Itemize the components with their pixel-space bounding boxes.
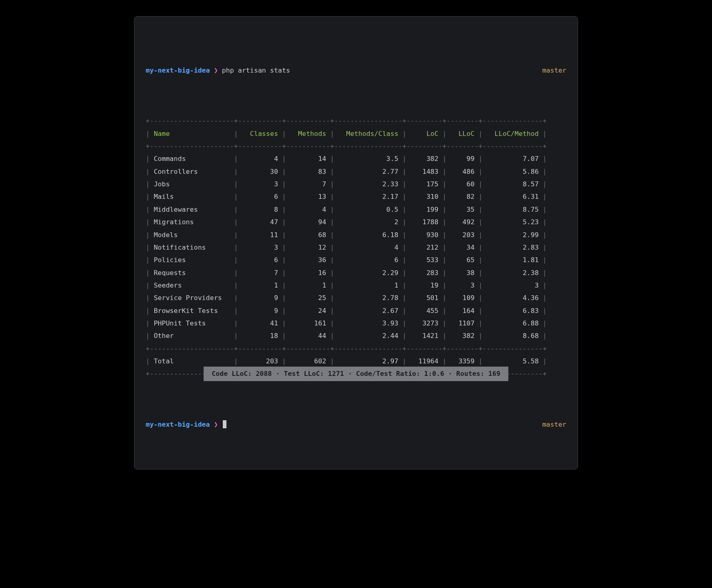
table-row: | Policies | 6 | 36 | 6 | 533 | 65 | 1.8… bbox=[146, 254, 566, 266]
table-cell: 4 bbox=[290, 206, 326, 213]
table-row: | Service Providers | 9 | 25 | 2.78 | 50… bbox=[146, 292, 566, 304]
summary-badge: Code LLoC: 2088 · Test LLoC: 1271 · Code… bbox=[203, 367, 508, 381]
table-cell: 6 bbox=[242, 256, 278, 264]
table-cell: 99 bbox=[450, 155, 475, 163]
table-cell: 7 bbox=[290, 180, 326, 188]
git-branch: master bbox=[542, 418, 566, 431]
table-cell: 47 bbox=[242, 218, 278, 226]
table-cell: 6.88 bbox=[486, 319, 538, 327]
table-cell: Service Providers bbox=[154, 294, 230, 302]
table-cell: 2.97 bbox=[338, 357, 398, 365]
table-cell: 283 bbox=[410, 269, 439, 277]
table-cell: 1 bbox=[338, 281, 398, 289]
table-cell: 9 bbox=[242, 294, 278, 302]
prompt-command: php artisan stats bbox=[222, 67, 290, 74]
table-cell: 41 bbox=[242, 319, 278, 327]
table-cell: 30 bbox=[242, 168, 278, 175]
table-cell: 14 bbox=[290, 155, 326, 163]
table-divider: +---------------------+-----------+-----… bbox=[146, 367, 566, 380]
table-cell: 18 bbox=[242, 332, 278, 340]
table-row: | Requests | 7 | 16 | 2.29 | 283 | 38 | … bbox=[146, 267, 566, 279]
table-cell: 2.33 bbox=[338, 180, 398, 188]
table-cell: Policies bbox=[154, 256, 230, 264]
prompt-separator-icon: ❯ bbox=[214, 421, 218, 428]
table-cell: 1 bbox=[290, 281, 326, 289]
table-cell: 6.83 bbox=[486, 307, 538, 315]
table-cell: 6 bbox=[338, 256, 398, 264]
prompt-directory: my-next-big-idea bbox=[146, 421, 210, 428]
table-row: | Notifications | 3 | 12 | 4 | 212 | 34 … bbox=[146, 241, 566, 254]
table-cell: 175 bbox=[410, 180, 439, 188]
table-cell: 0.5 bbox=[338, 206, 398, 213]
table-cell: 16 bbox=[290, 269, 326, 277]
table-divider: +---------------------+-----------+-----… bbox=[146, 140, 566, 152]
terminal-window: my-next-big-idea ❯ php artisan stats mas… bbox=[134, 16, 578, 469]
table-cell: 1421 bbox=[410, 332, 439, 340]
table-cell: 501 bbox=[410, 294, 439, 302]
table-cell: 8 bbox=[242, 206, 278, 213]
table-cell: 7.07 bbox=[486, 155, 538, 163]
table-cell: 19 bbox=[410, 281, 439, 289]
table-cell: 3359 bbox=[450, 357, 475, 365]
table-cell: 3 bbox=[450, 281, 475, 289]
table-cell: 11964 bbox=[410, 357, 439, 365]
table-cell: 12 bbox=[290, 244, 326, 251]
table-cell: 310 bbox=[410, 193, 439, 200]
table-cell: 2.44 bbox=[338, 332, 398, 340]
table-row: | Mails | 6 | 13 | 2.17 | 310 | 82 | 6.3… bbox=[146, 190, 566, 203]
table-cell: 38 bbox=[450, 269, 475, 277]
table-cell: 2 bbox=[338, 218, 398, 226]
table-cell: 8.57 bbox=[486, 180, 538, 188]
table-cell: 199 bbox=[410, 206, 439, 213]
table-cell: 60 bbox=[450, 180, 475, 188]
table-cell: 3273 bbox=[410, 319, 439, 327]
table-cell: 9 bbox=[242, 307, 278, 315]
table-cell: 5.86 bbox=[486, 168, 538, 175]
table-cell: 930 bbox=[410, 231, 439, 239]
table-row: | Commands | 4 | 14 | 3.5 | 382 | 99 | 7… bbox=[146, 152, 566, 165]
column-header: Classes bbox=[242, 130, 278, 138]
table-cell: 382 bbox=[450, 332, 475, 340]
table-cell: 7 bbox=[242, 269, 278, 277]
table-cell: Commands bbox=[154, 155, 230, 163]
column-header: Methods bbox=[290, 130, 326, 138]
table-cell: 3 bbox=[486, 281, 538, 289]
table-cell: Total bbox=[154, 357, 230, 365]
table-row: | BrowserKit Tests | 9 | 24 | 2.67 | 455… bbox=[146, 304, 566, 317]
table-cell: 65 bbox=[450, 256, 475, 264]
table-cell: 1107 bbox=[450, 319, 475, 327]
column-header: LLoC bbox=[450, 130, 475, 138]
table-cell: 36 bbox=[290, 256, 326, 264]
table-cell: Mails bbox=[154, 193, 230, 200]
table-cell: 2.29 bbox=[338, 269, 398, 277]
table-cell: 35 bbox=[450, 206, 475, 213]
table-cell: Other bbox=[154, 332, 230, 340]
table-cell: 492 bbox=[450, 218, 475, 226]
table-header-row: | Name | Classes | Methods | Methods/Cla… bbox=[146, 127, 566, 140]
table-cell: 13 bbox=[290, 193, 326, 200]
table-cell: 1483 bbox=[410, 168, 439, 175]
table-cell: 6.18 bbox=[338, 231, 398, 239]
table-cell: 212 bbox=[410, 244, 439, 251]
table-cell: 1.81 bbox=[486, 256, 538, 264]
table-row: | Migrations | 47 | 94 | 2 | 1788 | 492 … bbox=[146, 216, 566, 228]
table-cell: 486 bbox=[450, 168, 475, 175]
table-cell: 5.23 bbox=[486, 218, 538, 226]
table-row: | Other | 18 | 44 | 2.44 | 1421 | 382 | … bbox=[146, 329, 566, 342]
table-cell: 203 bbox=[242, 357, 278, 365]
table-cell: 82 bbox=[450, 193, 475, 200]
table-cell: 109 bbox=[450, 294, 475, 302]
table-cell: 455 bbox=[410, 307, 439, 315]
table-cell: 25 bbox=[290, 294, 326, 302]
table-cell: 3.5 bbox=[338, 155, 398, 163]
table-cell: 533 bbox=[410, 256, 439, 264]
column-header: Methods/Class bbox=[338, 130, 398, 138]
prompt-line-2[interactable]: my-next-big-idea ❯ master bbox=[146, 418, 566, 431]
table-row: | Seeders | 1 | 1 | 1 | 19 | 3 | 3 | bbox=[146, 279, 566, 292]
table-cell: Seeders bbox=[154, 281, 230, 289]
table-cell: 3.93 bbox=[338, 319, 398, 327]
table-row: | Controllers | 30 | 83 | 2.77 | 1483 | … bbox=[146, 165, 566, 178]
table-cell: BrowserKit Tests bbox=[154, 307, 230, 315]
table-cell: 203 bbox=[450, 231, 475, 239]
table-divider: +---------------------+-----------+-----… bbox=[146, 342, 566, 355]
